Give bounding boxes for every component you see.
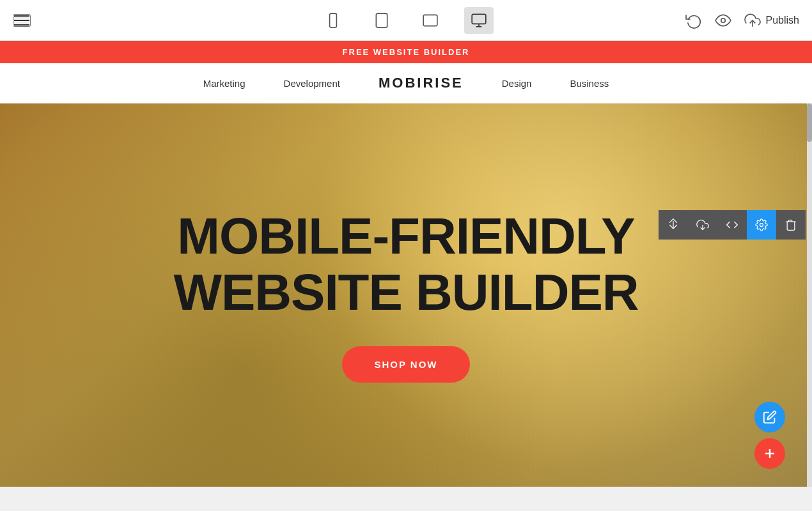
reorder-icon (667, 218, 680, 231)
hero-title-line1: MOBILE-FRIENDLY (177, 208, 634, 264)
scrollbar-thumb[interactable] (807, 103, 812, 142)
tablet-icon (373, 12, 390, 29)
tablet-landscape-view-button[interactable] (416, 7, 445, 34)
add-block-fab-button[interactable] (754, 438, 785, 469)
eye-icon (715, 12, 731, 29)
banner-text: FREE WEBSITE BUILDER (343, 47, 470, 57)
tablet-landscape-icon (422, 12, 439, 29)
svg-rect-2 (376, 13, 387, 27)
code-icon (726, 218, 738, 231)
nav-link-development[interactable]: Development (284, 78, 340, 89)
scrollbar-track[interactable] (807, 103, 812, 487)
preview-button[interactable] (715, 12, 731, 29)
plus-icon (762, 446, 777, 461)
publish-upload-icon (744, 12, 761, 29)
site-navigation: Marketing Development MOBIRISE Design Bu… (0, 63, 812, 103)
site-logo: MOBIRISE (379, 75, 464, 91)
hamburger-line (14, 24, 29, 26)
hamburger-line (14, 20, 29, 21)
promo-banner: FREE WEBSITE BUILDER (0, 41, 812, 63)
hamburger-line (14, 15, 29, 17)
svg-rect-4 (423, 15, 437, 26)
svg-point-9 (721, 18, 725, 22)
settings-gear-icon (755, 218, 768, 231)
undo-button[interactable] (685, 12, 702, 29)
main-content: FREE WEBSITE BUILDER Marketing Developme… (0, 41, 812, 511)
download-section-button[interactable] (688, 210, 717, 240)
settings-section-button[interactable] (747, 210, 776, 240)
publish-label: Publish (766, 15, 799, 26)
svg-point-13 (760, 224, 763, 227)
shop-now-button[interactable]: SHOP NOW (342, 346, 469, 383)
hero-section: MOBILE-FRIENDLY WEBSITE BUILDER SHOP NOW (0, 103, 812, 487)
code-section-button[interactable] (717, 210, 747, 240)
reorder-section-button[interactable] (659, 210, 688, 240)
nav-link-marketing[interactable]: Marketing (203, 78, 246, 89)
nav-link-design[interactable]: Design (502, 78, 532, 89)
hero-title: MOBILE-FRIENDLY WEBSITE BUILDER (173, 208, 638, 321)
hamburger-menu-button[interactable] (13, 14, 31, 27)
section-toolbar (659, 210, 806, 240)
undo-icon (685, 12, 702, 29)
delete-section-button[interactable] (776, 210, 806, 240)
hero-title-line2: WEBSITE BUILDER (173, 264, 638, 321)
hero-content: MOBILE-FRIENDLY WEBSITE BUILDER SHOP NOW (0, 103, 812, 487)
desktop-icon (471, 12, 487, 29)
pencil-icon (763, 410, 777, 424)
download-icon (696, 218, 709, 231)
publish-button[interactable]: Publish (744, 12, 799, 29)
desktop-view-button[interactable] (464, 7, 494, 34)
svg-rect-6 (472, 14, 486, 24)
nav-link-business[interactable]: Business (570, 78, 609, 89)
tablet-view-button[interactable] (367, 7, 396, 34)
mobile-view-button[interactable] (318, 7, 348, 34)
device-switcher (318, 7, 494, 34)
trash-icon (785, 218, 797, 231)
edit-fab-button[interactable] (754, 402, 785, 432)
toolbar-left (13, 14, 31, 27)
main-toolbar: Publish (0, 0, 812, 41)
toolbar-right: Publish (685, 12, 799, 29)
mobile-icon (325, 12, 341, 29)
svg-rect-0 (330, 13, 337, 27)
